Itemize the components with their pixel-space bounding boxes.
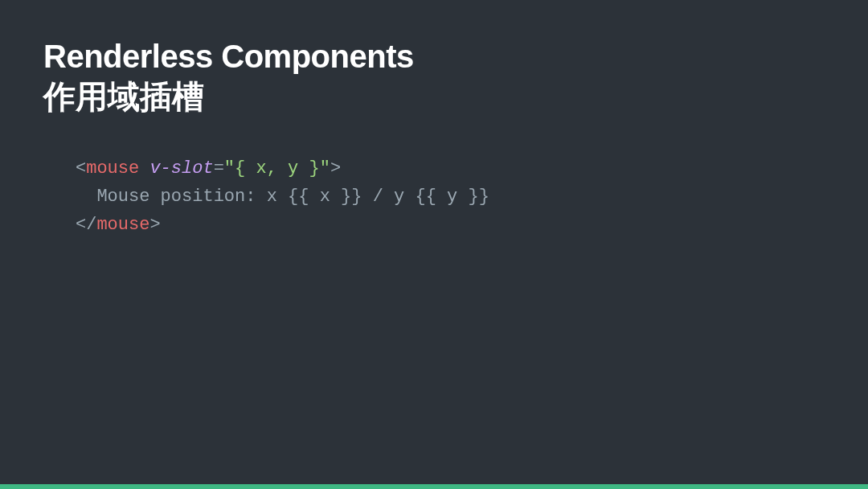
code-punct: > [149,215,160,235]
code-attr: v-slot [149,158,213,179]
title-english: Renderless Components [43,37,825,76]
code-string: "{ x, y }" [224,158,330,179]
title-block: Renderless Components 作用域插槽 [43,37,825,117]
title-chinese: 作用域插槽 [43,76,825,117]
code-text-content: Mouse position: x {{ x }} / y {{ y }} [76,187,489,207]
accent-bottom-bar [0,484,868,489]
code-punct: > [330,158,341,179]
code-tag-close: mouse [96,215,149,235]
code-punct: < [76,158,86,179]
code-space [139,158,149,179]
code-punct: </ [76,215,96,235]
code-block: <mouse v-slot="{ x, y }"> Mouse position… [43,154,825,240]
code-tag-open: mouse [86,158,139,179]
slide-content: Renderless Components 作用域插槽 <mouse v-slo… [0,0,868,277]
code-eq: = [214,158,224,179]
